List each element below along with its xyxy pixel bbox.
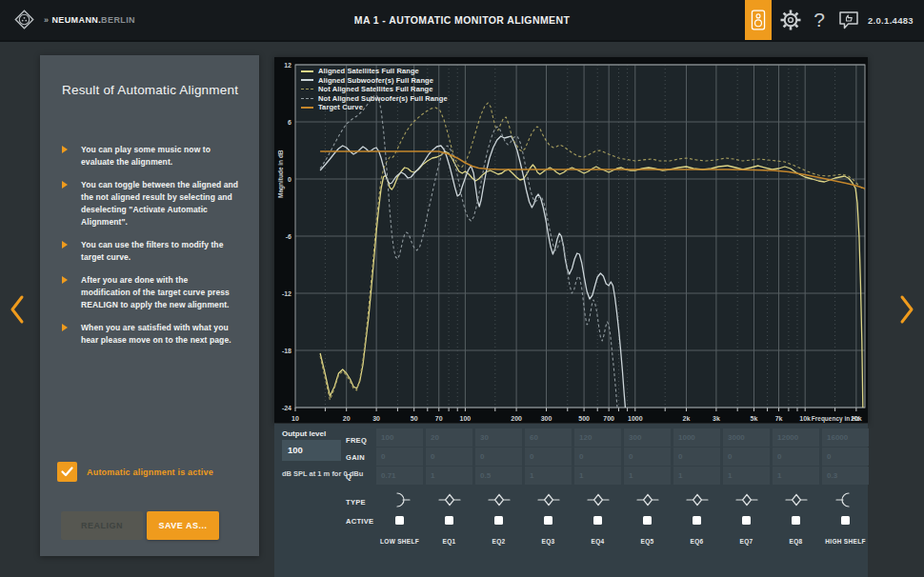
eq-freq-input[interactable]: 1000 [673,428,720,447]
svg-text:-24: -24 [282,405,291,411]
monitor-alignment-tab-button[interactable] [745,0,772,40]
peak-filter-icon[interactable] [685,490,710,509]
eq-gain-input[interactable]: 0 [773,448,819,466]
eq-active-checkbox[interactable] [693,516,701,525]
eq-q-input[interactable]: 1 [574,467,621,485]
eq-row-label: Q [346,472,352,481]
eq-active-checkbox[interactable] [395,516,404,525]
chart-panel: 1260-6-12-18-241020305070100200300500700… [274,57,868,423]
peak-filter-icon[interactable] [586,490,611,509]
eq-active-checkbox[interactable] [544,516,552,525]
eq-gain-input[interactable]: 0 [673,448,720,466]
legend-label: Not Aligned Satellites Full Range [318,85,433,93]
settings-button[interactable] [778,9,803,31]
peak-filter-icon[interactable] [734,490,759,509]
svg-text:7k: 7k [775,415,783,422]
svg-text:30: 30 [372,415,380,422]
peak-filter-icon[interactable] [635,490,660,509]
eq-active-checkbox[interactable] [593,516,602,525]
realign-button[interactable]: REALIGN [61,511,143,540]
eq-freq-input[interactable]: 30 [475,428,522,447]
eq-active-checkbox[interactable] [494,516,503,525]
eq-q-input[interactable]: 1 [624,467,671,485]
eq-active-checkbox[interactable] [445,516,453,525]
previous-page-button[interactable] [7,291,28,328]
automatic-alignment-checkbox[interactable] [57,462,77,482]
peak-filter-icon[interactable] [437,490,462,509]
eq-gain-input[interactable]: 0 [624,448,671,466]
chart-legend: Aligned Satellites Full RangeAligned Sub… [301,67,448,112]
eq-row-label: FREQ [346,436,367,445]
eq-active-checkbox[interactable] [742,516,751,525]
eq-gain-input[interactable]: 0 [525,448,572,466]
eq-freq-input[interactable]: 300 [624,428,671,447]
eq-active-checkbox[interactable] [792,516,800,525]
svg-text:100: 100 [460,415,472,422]
eq-q-input[interactable]: 1 [723,467,770,485]
low-shelf-filter-icon[interactable] [388,490,412,509]
help-button[interactable]: ? [810,5,829,35]
eq-active-checkbox[interactable] [643,516,652,525]
eq-gain-input[interactable]: 0 [574,448,621,466]
ma1-app-window: »NEUMANN.BERLIN MA 1 - AUTOMATIC MONITOR… [0,0,924,577]
bullet-arrow-icon [62,181,68,189]
eq-gain-input[interactable]: 0 [475,448,522,466]
high-shelf-filter-icon[interactable] [834,490,858,509]
eq-q-input[interactable]: 1 [525,467,572,485]
eq-freq-input[interactable]: 12000 [773,428,819,447]
next-page-button[interactable] [896,291,917,328]
eq-freq-input[interactable]: 100 [376,428,423,447]
legend-item: Aligned Satellites Full Range [301,67,448,76]
feedback-button[interactable] [835,9,862,31]
eq-column-label: HIGH SHELF [816,538,874,545]
eq-gain-input[interactable]: 0 [426,448,472,466]
eq-q-input[interactable]: 1 [773,467,819,485]
eq-column-eq7: 300001EQ7 [723,424,770,577]
eq-q-input[interactable]: 0.3 [822,467,869,485]
checkmark-icon [61,467,73,477]
eq-q-input[interactable]: 1 [426,467,472,485]
legend-swatch [301,79,313,81]
eq-freq-input[interactable]: 16000 [822,428,869,447]
eq-q-input[interactable]: 0.5 [475,467,522,485]
instruction-text: You can toggle between the aligned and t… [81,179,239,229]
eq-column-eq3: 6001EQ3 [525,424,572,577]
svg-text:200: 200 [511,415,522,422]
peak-filter-icon[interactable] [784,490,809,509]
eq-freq-input[interactable]: 3000 [723,428,770,447]
svg-text:5k: 5k [751,415,758,422]
eq-freq-input[interactable]: 120 [574,428,621,447]
svg-text:70: 70 [435,415,443,422]
bullet-arrow-icon [62,276,68,284]
eq-active-checkbox[interactable] [841,516,850,525]
eq-gain-input[interactable]: 0 [376,448,423,466]
svg-text:6: 6 [288,119,291,126]
eq-gain-input[interactable]: 0 [822,448,869,466]
speaker-icon [750,8,767,32]
feedback-bubble-icon [836,9,861,31]
neumann-logo [11,7,37,32]
brand-city: BERLIN [101,15,135,25]
instruction-text: After you are done with the modification… [81,274,239,311]
eq-row-label: TYPE [346,498,366,507]
output-level-input[interactable]: 100 [282,440,341,461]
svg-text:500: 500 [578,415,590,422]
eq-freq-input[interactable]: 60 [525,428,572,447]
instruction-text: You can use the filters to modify the ta… [81,239,239,264]
peak-filter-icon[interactable] [536,490,561,509]
top-bar: »NEUMANN.BERLIN MA 1 - AUTOMATIC MONITOR… [0,0,924,42]
eq-q-input[interactable]: 0.71 [376,467,423,485]
x-axis-label: Frequency in Hz [812,415,860,423]
eq-gain-input[interactable]: 0 [723,448,770,466]
eq-column-low-shelf: 10000.71LOW SHELF [376,424,423,577]
eq-q-input[interactable]: 1 [673,467,720,485]
instruction-text: When you are satisfied with what you hea… [81,322,239,347]
brand: »NEUMANN.BERLIN [11,7,135,32]
save-as-button[interactable]: SAVE AS... [147,511,219,540]
svg-text:-18: -18 [282,348,291,354]
eq-freq-input[interactable]: 20 [426,428,472,447]
legend-swatch [301,70,313,72]
bullet-arrow-icon [62,241,68,249]
peak-filter-icon[interactable] [487,490,512,509]
svg-text:1000: 1000 [628,415,643,422]
